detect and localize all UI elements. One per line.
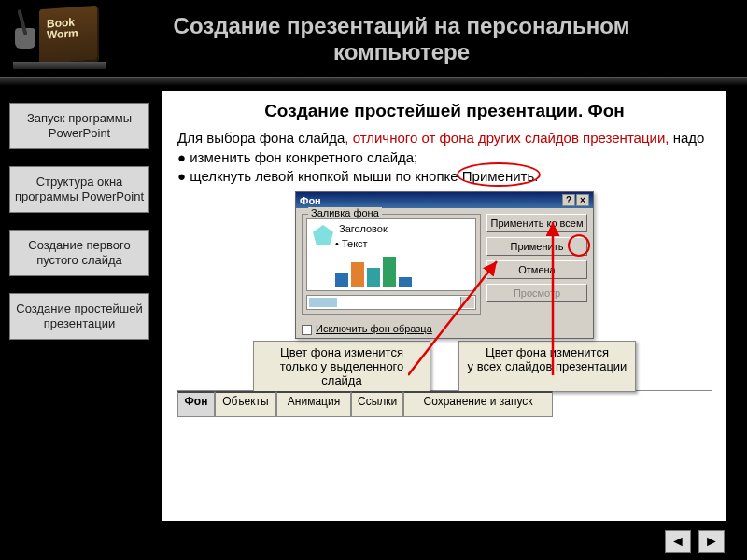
color-swatch-icon	[309, 298, 337, 307]
cancel-button[interactable]: Отмена	[486, 260, 587, 279]
fill-fieldset: Заливка фона Заголовок • Текст	[302, 214, 481, 315]
prev-button[interactable]: ◄	[665, 530, 691, 553]
bullet-2: ● щелкнуть левой кнопкой мыши по кнопке …	[177, 168, 712, 184]
book-icon: Book Worm	[39, 6, 97, 63]
sidebar-item-label: Создание простейшей презентации	[16, 301, 142, 330]
help-icon[interactable]: ?	[562, 194, 575, 206]
color-dropdown[interactable]	[306, 295, 476, 310]
next-icon: ►	[704, 533, 719, 550]
apply-button[interactable]: Применить	[486, 237, 587, 256]
intro-part1: Для выбора фона слайда	[177, 130, 345, 146]
checkbox-icon	[302, 325, 312, 335]
close-icon[interactable]: ×	[576, 194, 589, 206]
tab-label: Ссылки	[358, 395, 397, 408]
background-dialog: Фон ?× Заливка фона Заголовок • Текст	[295, 191, 594, 339]
callout-selected-slide: Цвет фона изменится только у выделенного…	[253, 341, 430, 392]
sidebar-item-first-slide[interactable]: Создание первого пустого слайда	[9, 230, 149, 276]
tab-label: Анимация	[288, 395, 340, 408]
book-text-2: Worm	[47, 26, 78, 41]
tab-label: Сохранение и запуск	[423, 395, 532, 408]
dialog-title: Фон	[300, 195, 321, 206]
prev-icon: ◄	[670, 533, 685, 550]
callout-text: Цвет фона изменится только у выделенного…	[280, 345, 404, 387]
callout-text: Цвет фона изменится у всех слайдов презе…	[468, 345, 627, 373]
sidebar-item-label: Создание первого пустого слайда	[28, 238, 130, 267]
sidebar-item-launch[interactable]: Запуск программы PowerPoint	[9, 103, 149, 149]
button-label: Применить	[511, 241, 564, 252]
tab-objects[interactable]: Объекты	[215, 391, 276, 417]
pentagon-icon	[313, 225, 333, 245]
intro-text: Для выбора фона слайда, отличного от фон…	[177, 129, 712, 147]
shelf-icon	[13, 62, 106, 69]
tab-label: Объекты	[222, 395, 269, 408]
exclude-master-checkbox[interactable]: Исключить фон образца	[296, 320, 593, 338]
tab-label: Фон	[185, 395, 208, 408]
tab-background[interactable]: Фон	[177, 391, 215, 417]
fieldset-label: Заливка фона	[308, 207, 382, 218]
preview-title: Заголовок	[339, 223, 388, 234]
checkbox-label: Исключить фон образца	[316, 323, 432, 334]
tab-links[interactable]: Ссылки	[351, 391, 403, 417]
tab-animation[interactable]: Анимация	[276, 391, 351, 417]
bullet-2-pre: ● щелкнуть левой кнопкой мыши по кнопке	[177, 168, 462, 184]
slide-preview: Заголовок • Текст	[306, 218, 476, 291]
callout-all-slides: Цвет фона изменится у всех слайдов презе…	[458, 341, 636, 392]
button-label: Применить ко всем	[491, 217, 584, 229]
next-button[interactable]: ►	[698, 530, 725, 553]
highlight-oval-icon	[457, 162, 541, 187]
apply-all-button[interactable]: Применить ко всем	[486, 214, 587, 232]
intro-highlight: , отличного от фона других слайдов презе…	[345, 130, 669, 146]
sidebar-item-simple-presentation[interactable]: Создание простейшей презентации	[9, 293, 149, 340]
divider	[0, 77, 747, 86]
page-title: Создание презентаций на персональном ком…	[106, 13, 734, 65]
logo: Book Worm	[13, 6, 106, 73]
bar-chart-icon	[335, 257, 412, 287]
content-panel: Создание простейшей презентации. Фон Для…	[162, 91, 726, 521]
button-label: Отмена	[518, 264, 555, 275]
preview-bullet: • Текст	[335, 238, 368, 249]
bullet-1: ● изменить фон конкретного слайда;	[177, 149, 712, 165]
tab-save-run[interactable]: Сохранение и запуск	[403, 391, 553, 417]
bottom-tabs: Фон Объекты Анимация Ссылки Сохранение и…	[177, 390, 712, 417]
sidebar-item-label: Запуск программы PowerPoint	[27, 111, 132, 140]
intro-part2: надо	[669, 130, 704, 146]
sidebar-item-window-structure[interactable]: Структура окна программы PowerPoint	[9, 166, 149, 213]
preview-button[interactable]: Просмотр	[486, 284, 587, 302]
button-label: Просмотр	[514, 287, 560, 299]
highlight-circle-icon	[568, 234, 590, 257]
sidebar: Запуск программы PowerPoint Структура ок…	[0, 91, 159, 521]
content-heading: Создание простейшей презентации. Фон	[177, 101, 712, 121]
sidebar-item-label: Структура окна программы PowerPoint	[15, 175, 144, 203]
